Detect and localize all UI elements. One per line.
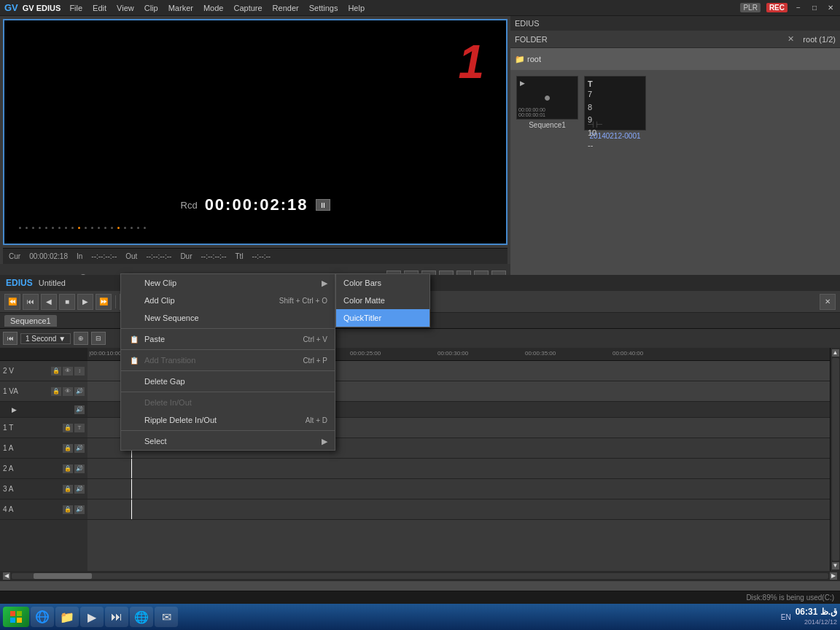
sequence1-thumb[interactable]: ▶ ● 00:00:00:0000:00:00:01: [516, 76, 578, 120]
video-number: 1: [458, 35, 484, 89]
menu-mode[interactable]: Mode: [203, 4, 224, 12]
tl-ctrl-1[interactable]: ⏮: [3, 332, 18, 345]
taskbar-ie-btn[interactable]: [31, 607, 54, 627]
pause-button[interactable]: ⏸: [316, 199, 330, 211]
sequence-tab[interactable]: Sequence1: [4, 315, 57, 327]
horizontal-scrollbar[interactable]: ◀ ▶: [0, 571, 840, 581]
track-row-4a[interactable]: [88, 499, 830, 520]
menu-clip[interactable]: Clip: [144, 4, 158, 12]
sub-color-bars[interactable]: Color Bars: [336, 274, 429, 292]
right-panel: EDIUS FOLDER ✕ root (1/2) 📁 root ▶ ●: [510, 16, 840, 298]
menu-marker[interactable]: Marker: [168, 4, 193, 12]
dot-13: [98, 227, 100, 229]
track-1va-vol[interactable]: 🔊: [74, 387, 85, 396]
menu-edit[interactable]: Edit: [93, 4, 106, 12]
taskbar-media-btn[interactable]: ▶: [80, 607, 104, 627]
root-label: root (1/2): [803, 35, 836, 44]
vertical-scrollbar[interactable]: ▲ ▼: [830, 348, 840, 571]
ctx-paste[interactable]: 📋 Paste Ctrl + V: [121, 330, 335, 348]
scroll-track-v[interactable]: [832, 358, 839, 561]
track-row-2a[interactable]: [88, 459, 830, 479]
close-timeline-btn[interactable]: ✕: [820, 294, 836, 310]
taskbar-folder-btn[interactable]: 📁: [55, 607, 79, 627]
zoom-label: 1 Second: [26, 335, 56, 343]
video-preview: 1 Rcd 00:00:02:18 ⏸: [3, 19, 508, 245]
ctx-new-clip-arrow: ▶: [322, 279, 327, 288]
rec-badge: REC: [766, 3, 788, 12]
track-1va-audio-vol[interactable]: 🔊: [74, 405, 85, 414]
track-2v-eye[interactable]: 👁: [63, 367, 73, 376]
tb-sep-1: [115, 295, 116, 308]
tb-btn-4[interactable]: ■: [59, 294, 75, 310]
ctx-new-sequence[interactable]: New Sequence: [121, 309, 335, 327]
scroll-down-btn[interactable]: ▼: [832, 562, 839, 569]
tl-ctrl-3[interactable]: ⊟: [91, 332, 106, 345]
tb-btn-6[interactable]: ⏩: [96, 294, 112, 310]
close-button[interactable]: ✕: [825, 3, 836, 13]
ctx-add-clip[interactable]: Add Clip Shift + Ctrl + O: [121, 292, 335, 309]
folder-close-icon[interactable]: ✕: [788, 34, 794, 44]
taskbar-next-btn[interactable]: ⏭: [105, 607, 128, 627]
dot-3: [32, 227, 34, 229]
ruler-mark-4: 00:00:30:00: [438, 350, 468, 357]
scroll-left-btn[interactable]: ◀: [3, 572, 10, 580]
folder-item-root[interactable]: 📁 root: [515, 55, 541, 64]
menu-render[interactable]: Render: [273, 4, 299, 12]
track-row-3a[interactable]: [88, 479, 830, 499]
timecode-dots: [19, 227, 491, 229]
sequence1-label: Sequence1: [529, 121, 566, 129]
ctx-delete-gap[interactable]: Delete Gap: [121, 373, 335, 390]
menu-view[interactable]: View: [117, 4, 134, 12]
app-logo: GV: [4, 2, 18, 13]
menu-capture[interactable]: Capture: [233, 4, 262, 12]
folder-content: 📁 root: [510, 48, 840, 70]
playhead-2a: [131, 459, 132, 478]
track-1t-icons: 🔒 T: [63, 424, 85, 432]
track-3a-vol[interactable]: 🔊: [74, 485, 85, 494]
scroll-up-btn[interactable]: ▲: [832, 349, 839, 357]
menu-file[interactable]: File: [69, 4, 82, 12]
scroll-right-btn[interactable]: ▶: [830, 572, 837, 580]
track-4a-vol[interactable]: 🔊: [74, 505, 85, 514]
menu-help[interactable]: Help: [348, 4, 365, 12]
ruler-mark-0: |00:00:10:00: [89, 350, 121, 357]
tb-btn-2[interactable]: ⏮: [23, 294, 39, 310]
track-1t-eye[interactable]: T: [74, 424, 85, 432]
sub-color-matte[interactable]: Color Matte: [336, 292, 429, 309]
start-button[interactable]: [3, 607, 29, 627]
tb-btn-1[interactable]: ⏪: [4, 294, 20, 310]
scroll-track-h[interactable]: [12, 573, 828, 579]
tb-btn-3[interactable]: ◀: [41, 294, 57, 310]
sub-quicktitler[interactable]: QuickTitler: [336, 309, 429, 327]
minimize-button[interactable]: −: [793, 3, 804, 13]
maximize-button[interactable]: □: [809, 3, 820, 13]
clock: 06:31 ق.ظ 2014/12/12: [796, 607, 837, 626]
taskbar-mail-btn[interactable]: ✉: [155, 607, 178, 627]
track-2a-lock[interactable]: 🔒: [63, 464, 73, 473]
ctx-new-clip[interactable]: New Clip ▶: [121, 274, 335, 292]
in-time: --:--:--:--: [91, 252, 117, 260]
menu-settings[interactable]: Settings: [309, 4, 338, 12]
ctx-add-trans-shortcut: Ctrl + P: [303, 357, 327, 365]
clock-date: 2014/12/12: [796, 618, 837, 627]
zoom-control[interactable]: 1 Second ▼: [20, 333, 71, 344]
track-1a-vol[interactable]: 🔊: [74, 444, 85, 453]
cur-time: 00:00:02:18: [29, 252, 68, 260]
track-3a-lock[interactable]: 🔒: [63, 485, 73, 494]
track-2v-lock[interactable]: 🔒: [51, 367, 61, 376]
ctx-select[interactable]: Select ▶: [121, 432, 335, 450]
track-1va-eye[interactable]: 👁: [63, 387, 73, 396]
track-1t-lock[interactable]: 🔒: [63, 424, 73, 432]
ctx-sep-4: [121, 392, 335, 392]
ctx-new-clip-label: New Clip: [144, 279, 176, 287]
tb-btn-5[interactable]: ▶: [77, 294, 93, 310]
taskbar-globe-btn[interactable]: 🌐: [130, 607, 153, 627]
clip-thumb[interactable]: T 78910-- ─┤├─: [584, 76, 646, 131]
track-4a-lock[interactable]: 🔒: [63, 505, 73, 514]
track-2v-sync[interactable]: ↕: [74, 367, 85, 376]
track-1a-lock[interactable]: 🔒: [63, 444, 73, 453]
tl-ctrl-2[interactable]: ⊕: [74, 332, 88, 345]
track-2a-vol[interactable]: 🔊: [74, 464, 85, 473]
track-1va-lock[interactable]: 🔒: [51, 387, 61, 396]
ctx-ripple-delete[interactable]: Ripple Delete In/Out Alt + D: [121, 411, 335, 429]
